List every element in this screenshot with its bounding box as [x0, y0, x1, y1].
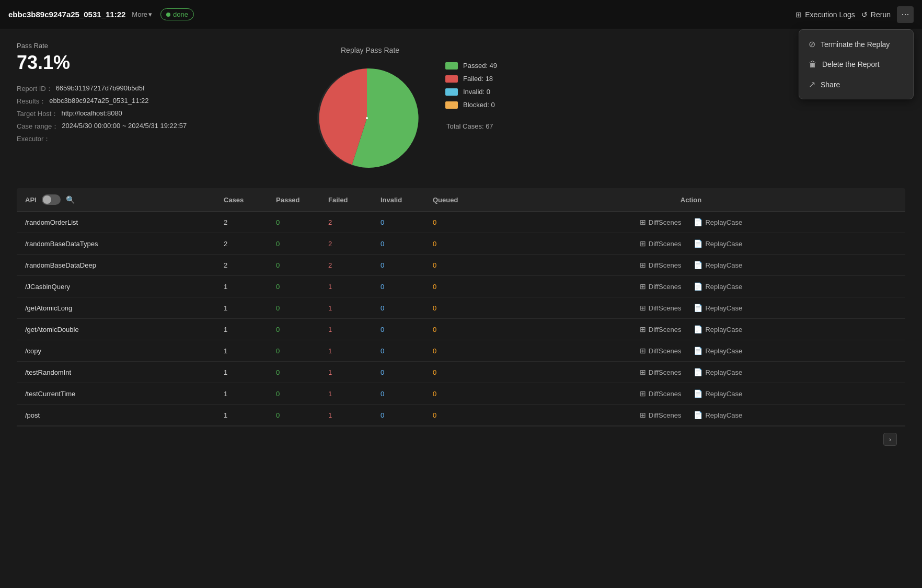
- td-cases: 1: [224, 368, 276, 376]
- diff-icon: ⊞: [640, 411, 646, 419]
- replay-case-button[interactable]: 📄 ReplayCase: [694, 218, 742, 226]
- td-cases: 2: [224, 261, 276, 269]
- failed-color-box: [445, 75, 458, 83]
- diff-scenes-button[interactable]: ⊞ DiffScenes: [640, 411, 682, 419]
- diff-scenes-button[interactable]: ⊞ DiffScenes: [640, 368, 682, 376]
- diff-scenes-button[interactable]: ⊞ DiffScenes: [640, 304, 682, 312]
- diff-scenes-button[interactable]: ⊞ DiffScenes: [640, 218, 682, 226]
- diff-scenes-button[interactable]: ⊞ DiffScenes: [640, 239, 682, 248]
- td-passed: 0: [276, 347, 328, 355]
- replay-case-button[interactable]: 📄 ReplayCase: [694, 261, 742, 269]
- diff-scenes-button[interactable]: ⊞ DiffScenes: [640, 261, 682, 269]
- replay-case-button[interactable]: 📄 ReplayCase: [694, 325, 742, 333]
- td-cases: 1: [224, 390, 276, 398]
- diff-icon: ⊞: [640, 347, 646, 355]
- topbar-actions: ⊞ Execution Logs ↺ Rerun ···: [796, 6, 914, 23]
- rerun-icon: ↺: [861, 10, 868, 19]
- replay-case-button[interactable]: 📄 ReplayCase: [694, 282, 742, 291]
- td-failed: 2: [328, 240, 381, 248]
- replay-icon: 📄: [694, 389, 702, 398]
- diff-scenes-button[interactable]: ⊞ DiffScenes: [640, 325, 682, 333]
- td-queued: 0: [433, 304, 485, 312]
- target-host-row: Target Host： http://localhost:8080: [17, 109, 289, 119]
- diff-icon: ⊞: [640, 325, 646, 333]
- td-failed: 1: [328, 411, 381, 419]
- td-failed: 1: [328, 347, 381, 355]
- results-value: ebbc3b89c9247a25_0531_11:22: [49, 97, 148, 106]
- td-cases: 1: [224, 347, 276, 355]
- chart-title: Replay Pass Rate: [341, 46, 399, 54]
- replay-icon: 📄: [694, 304, 702, 312]
- td-action: ⊞ DiffScenes 📄 ReplayCase: [485, 218, 897, 226]
- replay-case-button[interactable]: 📄 ReplayCase: [694, 411, 742, 419]
- diff-scenes-button[interactable]: ⊞ DiffScenes: [640, 347, 682, 355]
- td-failed: 1: [328, 326, 381, 333]
- replay-icon: 📄: [694, 261, 702, 269]
- executor-label: Executor：: [17, 134, 50, 144]
- table-header: API 🔍 Cases Passed Failed Invalid Queued…: [17, 188, 905, 212]
- td-passed: 0: [276, 368, 328, 376]
- td-invalid: 0: [381, 347, 433, 355]
- replay-icon: 📄: [694, 411, 702, 419]
- td-action: ⊞ DiffScenes 📄 ReplayCase: [485, 325, 897, 333]
- th-cases: Cases: [224, 196, 276, 204]
- td-failed: 1: [328, 390, 381, 398]
- replay-case-button[interactable]: 📄 ReplayCase: [694, 347, 742, 355]
- case-range-label: Case range：: [17, 122, 59, 131]
- td-cases: 1: [224, 283, 276, 291]
- replay-case-button[interactable]: 📄 ReplayCase: [694, 239, 742, 248]
- results-row: Results： ebbc3b89c9247a25_0531_11:22: [17, 97, 289, 106]
- delete-report-item[interactable]: 🗑 Delete the Report: [799, 54, 913, 74]
- diff-scenes-button[interactable]: ⊞ DiffScenes: [640, 389, 682, 398]
- replay-icon: 📄: [694, 368, 702, 376]
- terminate-replay-item[interactable]: ⊘ Terminate the Replay: [799, 34, 913, 54]
- legend-invalid: Invalid: 0: [445, 88, 497, 96]
- th-failed: Failed: [328, 196, 381, 204]
- passed-color-box: [445, 62, 458, 70]
- replay-case-button[interactable]: 📄 ReplayCase: [694, 368, 742, 376]
- td-invalid: 0: [381, 390, 433, 398]
- api-toggle[interactable]: [42, 194, 61, 205]
- report-id-value: 6659b31197217d7b990b5d5f: [56, 84, 145, 94]
- td-invalid: 0: [381, 218, 433, 226]
- share-item[interactable]: ↗ Share: [799, 74, 913, 95]
- invalid-color-box: [445, 88, 458, 96]
- diff-icon: ⊞: [640, 261, 646, 269]
- main-content: Pass Rate 73.1% Report ID： 6659b31197217…: [0, 29, 922, 188]
- td-action: ⊞ DiffScenes 📄 ReplayCase: [485, 411, 897, 419]
- td-api: /testCurrentTime: [25, 390, 224, 398]
- td-api: /post: [25, 411, 224, 419]
- next-page-button[interactable]: ›: [883, 433, 897, 446]
- td-queued: 0: [433, 390, 485, 398]
- diff-scenes-button[interactable]: ⊞ DiffScenes: [640, 282, 682, 291]
- chart-legend: Passed: 49 Failed: 18 Invalid: 0 Blocked…: [445, 46, 497, 130]
- execution-logs-button[interactable]: ⊞ Execution Logs: [796, 10, 855, 19]
- td-api: /randomOrderList: [25, 218, 224, 226]
- td-queued: 0: [433, 368, 485, 376]
- table-row: /randomBaseDataDeep 2 0 2 0 0 ⊞ DiffScen…: [17, 255, 905, 276]
- replay-case-button[interactable]: 📄 ReplayCase: [694, 304, 742, 312]
- table-row: /JCasbinQuery 1 0 1 0 0 ⊞ DiffScenes 📄 R…: [17, 276, 905, 297]
- search-icon[interactable]: 🔍: [66, 195, 75, 204]
- results-label: Results：: [17, 97, 46, 106]
- page-title: ebbc3b89c9247a25_0531_11:22: [8, 10, 125, 19]
- td-invalid: 0: [381, 326, 433, 333]
- td-action: ⊞ DiffScenes 📄 ReplayCase: [485, 239, 897, 248]
- pie-chart: [309, 61, 424, 176]
- td-action: ⊞ DiffScenes 📄 ReplayCase: [485, 368, 897, 376]
- more-dots-button[interactable]: ···: [897, 6, 914, 23]
- blocked-legend-label: Blocked: 0: [463, 101, 495, 109]
- td-cases: 2: [224, 240, 276, 248]
- td-queued: 0: [433, 411, 485, 419]
- td-cases: 1: [224, 411, 276, 419]
- rerun-button[interactable]: ↺ Rerun: [861, 10, 891, 19]
- table-row: /testRandomInt 1 0 1 0 0 ⊞ DiffScenes 📄 …: [17, 362, 905, 383]
- td-action: ⊞ DiffScenes 📄 ReplayCase: [485, 304, 897, 312]
- td-passed: 0: [276, 326, 328, 333]
- svg-point-1: [366, 117, 368, 119]
- pass-rate-value: 73.1%: [17, 52, 289, 74]
- td-api: /JCasbinQuery: [25, 283, 224, 291]
- replay-case-button[interactable]: 📄 ReplayCase: [694, 389, 742, 398]
- total-cases-label: Total Cases: 67: [445, 122, 497, 130]
- more-button[interactable]: More ▾: [132, 10, 152, 18]
